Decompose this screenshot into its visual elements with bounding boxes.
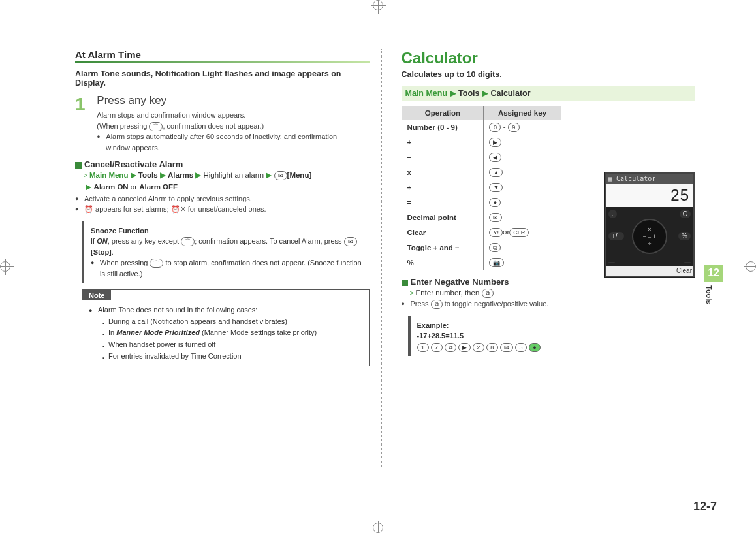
step-title: Press any key: [97, 94, 358, 107]
cancel-bullet-1: Activate a canceled Alarm to apply previ…: [75, 193, 370, 204]
example-block: Example: -17+28.5=11.5 1 7 ⧉ ▶ 2 8 ✉ 5 ●: [408, 316, 696, 357]
calculator-path: Main Menu ▶ Tools ▶ Calculator: [402, 86, 696, 101]
chapter-tab: 12 Tools: [704, 265, 723, 308]
phone-app-title: ▦ Calculator: [606, 174, 693, 184]
calculator-table: OperationAssigned key Number (0 - 9)0 - …: [402, 106, 561, 270]
left-column: At Alarm Time Alarm Tone sounds, Notific…: [75, 49, 382, 467]
example-eq: -17+28.5=11.5: [417, 331, 689, 342]
table-row: Decimal point✉: [402, 210, 561, 225]
app-key-icon: ⧉: [482, 289, 494, 298]
center-key-icon: ●: [489, 198, 501, 207]
calculator-subtitle: Calculates up to 10 digits.: [402, 70, 696, 79]
negative-bullet: Press ⧉ to toggle negative/positive valu…: [402, 299, 696, 310]
note-sub-2: In Manner Mode Prioritized (Manner Mode …: [89, 327, 362, 339]
camera-key-icon: 📷: [489, 258, 504, 267]
table-row: ClearY!orCLR: [402, 225, 561, 240]
step-line2: (When pressing ⌒, confirmation does not …: [97, 121, 358, 132]
app-key-icon: ⧉: [431, 300, 443, 309]
phone-mockup: ▦ Calculator 25 . C +/− % ×− = +÷ Clear: [604, 172, 695, 278]
negative-heading: Enter Negative Numbers: [402, 277, 696, 287]
clr-key-icon: CLR: [509, 228, 529, 237]
chapter-number: 12: [704, 265, 723, 282]
step-bullet: Alarm stops automatically after 60 secon…: [97, 131, 358, 153]
down-key-icon: ▼: [489, 183, 503, 192]
phone-keypad: . C +/− % ×− = +÷: [606, 207, 693, 266]
phone-display: 25: [606, 184, 693, 207]
table-row: Toggle + and −⧉: [402, 240, 561, 255]
table-row: −◀: [402, 150, 561, 165]
section-intro: Alarm Tone sounds, Notification Light fl…: [75, 69, 370, 88]
snooze-block: Snooze Function If ON, press any key exc…: [82, 221, 370, 283]
calculator-title: Calculator: [402, 49, 696, 67]
table-header-key: Assigned key: [484, 106, 561, 120]
mail-key-icon: ✉: [274, 171, 287, 180]
example-keys: 1 7 ⧉ ▶ 2 8 ✉ 5 ●: [417, 342, 689, 353]
note-sub-1: During a call (Notification appears and …: [89, 316, 362, 328]
example-title: Example:: [417, 320, 689, 331]
cancel-nav: ＞Main Menu ▶ Tools ▶ Alarms ▶ Highlight …: [82, 169, 370, 193]
table-header-op: Operation: [402, 106, 484, 120]
phone-softkey-clear: Clear: [606, 266, 693, 276]
step-number: 1: [75, 94, 95, 115]
section-title: At Alarm Time: [75, 49, 370, 63]
step-line1: Alarm stops and confirmation window appe…: [97, 110, 358, 121]
cancel-bullet-2: ⏰ appears for set alarms; ⏰✕ for unset/c…: [75, 204, 370, 215]
up-key-icon: ▲: [489, 168, 503, 177]
table-row: =●: [402, 195, 561, 210]
mail-key-icon: ✉: [344, 237, 357, 246]
step-1: 1 Press any key Alarm stops and confirma…: [75, 94, 370, 153]
table-row: +▶: [402, 135, 561, 150]
left-key-icon: ◀: [489, 153, 501, 162]
y-key-icon: Y!: [489, 228, 503, 237]
phone-nav-circle: ×− = +÷: [632, 219, 667, 254]
note-bullet: Alarm Tone does not sound in the followi…: [89, 304, 362, 316]
cancel-heading: Cancel/Reactivate Alarm: [75, 159, 370, 169]
end-key-icon: ⌒: [149, 122, 163, 131]
alarm-unset-icon: ⏰✕: [171, 205, 186, 213]
table-row: Number (0 - 9)0 - 9: [402, 120, 561, 135]
square-marker-icon: [402, 280, 408, 286]
page-number: 12-7: [693, 500, 717, 513]
note-sub-4: For entries invalidated by Time Correcti…: [89, 351, 362, 363]
table-row: x▲: [402, 165, 561, 180]
snooze-bullet: When pressing ⌒ to stop alarm, confirmat…: [91, 257, 363, 279]
negative-line: ＞Enter number, then ⧉: [408, 287, 696, 299]
square-marker-icon: [75, 162, 82, 169]
right-key-icon: ▶: [489, 138, 501, 147]
page-content: At Alarm Time Alarm Tone sounds, Notific…: [75, 49, 695, 467]
end-key-icon: ⌒: [181, 237, 195, 246]
note-box: Note Alarm Tone does not sound in the fo…: [82, 289, 370, 366]
end-key-icon: ⌒: [150, 259, 163, 268]
snooze-title: Snooze Function: [91, 225, 363, 236]
mail-key-icon: ✉: [489, 213, 502, 222]
note-label: Note: [82, 290, 111, 300]
app-key-icon: ⧉: [489, 243, 501, 252]
snooze-body: If ON, press any key except ⌒; confirmat…: [91, 236, 363, 257]
table-row: ÷▼: [402, 180, 561, 195]
table-row: %📷: [402, 255, 561, 270]
alarm-set-icon: ⏰: [84, 205, 93, 213]
chapter-label: Tools: [704, 282, 714, 308]
note-sub-3: When handset power is turned off: [89, 339, 362, 351]
right-column: Calculator Calculates up to 10 digits. M…: [402, 49, 696, 467]
